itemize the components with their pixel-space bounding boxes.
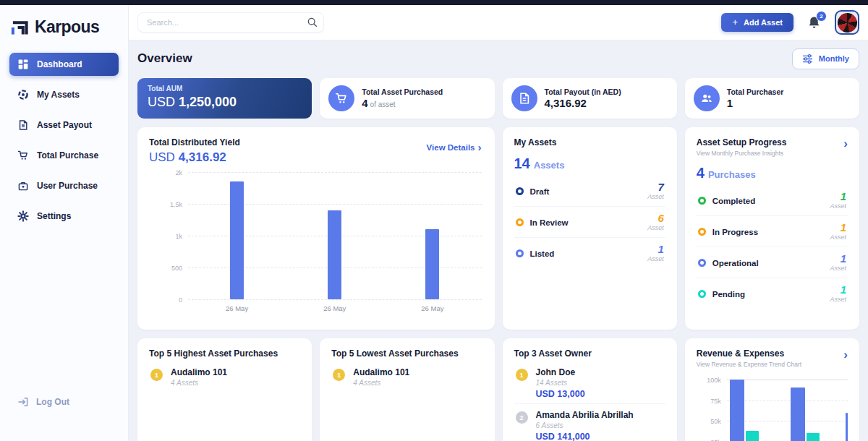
top-highest-purchases-card: Top 5 Highest Asset Purchases 1Audalimo … <box>137 338 312 441</box>
top-lowest-list: 1Audalimo 1014 Assets <box>331 361 482 391</box>
logout-icon <box>17 396 29 408</box>
topbar-actions: + Add Asset 2 <box>721 10 859 35</box>
sidebar-item-dashboard[interactable]: Dashboard <box>9 53 119 76</box>
status-value: 1 <box>830 254 846 264</box>
chevron-right-icon[interactable]: › <box>843 350 848 360</box>
bar-2 <box>328 210 341 299</box>
yield-currency: USD <box>149 150 175 164</box>
status-dot-icon <box>698 290 706 298</box>
sidebar-item-user-purchase[interactable]: User Purchase <box>9 174 119 197</box>
status-count: 1Asset <box>647 244 664 262</box>
chart-plot-area: 26 May26 May26 May <box>188 172 482 299</box>
status-count: 1Asset <box>830 192 846 210</box>
stat-label: Total Asset Purchased <box>362 87 443 96</box>
y-axis-tick: 50k <box>695 418 721 425</box>
sliders-icon <box>802 54 813 64</box>
revenue-bar-1 <box>730 380 744 441</box>
sidebar-item-label: Asset Payout <box>37 120 92 130</box>
chevron-right-icon[interactable]: › <box>843 139 848 149</box>
x-axis-label: 26 May <box>421 304 443 312</box>
status-unit: Asset <box>647 255 664 262</box>
sidebar-item-asset-payout[interactable]: Asset Payout <box>9 114 119 137</box>
brand-logo[interactable]: Karpous <box>0 5 128 53</box>
yield-value: USD 4,316.92 <box>149 150 483 165</box>
search-icon[interactable] <box>307 17 318 27</box>
asset-setup-title: Asset Setup Progress <box>697 137 848 147</box>
monthly-filter-button[interactable]: Monthly <box>792 48 859 69</box>
x-axis-label: 26 May <box>226 304 248 312</box>
page-title: Overview <box>137 51 192 66</box>
logout-label: Log Out <box>36 397 69 407</box>
list-item: 1Audalimo 1014 Assets <box>149 361 300 391</box>
status-value: 1 <box>830 192 846 202</box>
sidebar-item-label: Dashboard <box>37 59 82 69</box>
purchases-count-unit: Purchases <box>708 169 756 180</box>
topbar: + Add Asset 2 <box>129 5 868 40</box>
rank-name: Audalimo 101 <box>353 367 409 377</box>
invoice-icon <box>518 92 531 105</box>
y-axis-tick: 100k <box>695 377 721 384</box>
user-avatar[interactable] <box>835 10 859 35</box>
chevron-right-icon: › <box>478 144 482 151</box>
list-item: 2Amanda Abrilia Abrillah6 AssetsUSD 141,… <box>514 404 665 441</box>
assets-count-number: 14 <box>514 155 530 171</box>
status-unit: Asset <box>647 224 664 231</box>
view-details-link[interactable]: View Details › <box>427 143 482 152</box>
stat-value: 4,316.92 <box>545 97 621 109</box>
purchases-count-number: 4 <box>697 165 705 181</box>
my-assets-count: 14Assets <box>514 155 665 172</box>
rank-texts: Audalimo 1014 Assets <box>171 367 227 387</box>
top-owner-list: 1John Doe14 AssetsUSD 13,0002Amanda Abri… <box>514 361 665 441</box>
rank-badge: 2 <box>516 411 528 424</box>
sidebar-item-settings[interactable]: Settings <box>9 205 119 228</box>
search-input[interactable] <box>137 12 324 33</box>
notifications-button[interactable]: 2 <box>807 15 822 30</box>
stats-row: Total AUM USD 1,250,000 Total Asset Purc… <box>137 78 859 119</box>
y-axis-tick: 25k <box>695 439 721 441</box>
rank-sub: 4 Assets <box>353 379 409 387</box>
aum-currency: USD <box>148 95 175 109</box>
assets-icon <box>17 89 29 100</box>
status-count: 7Asset <box>647 182 664 200</box>
my-assets-card: My Assets 14Assets Draft7AssetIn Review6… <box>503 127 677 330</box>
top-lowest-purchases-card: Top 5 Lowest Asset Purchases 1Audalimo 1… <box>320 338 494 441</box>
add-asset-button[interactable]: + Add Asset <box>721 13 793 32</box>
stat-icon-circle <box>328 85 354 111</box>
revenue-bar-2 <box>791 388 805 441</box>
my-assets-rows: Draft7AssetIn Review6AssetListed1Asset <box>514 176 665 268</box>
asset-setup-count: 4Purchases <box>697 165 848 181</box>
sidebar-item-my-assets[interactable]: My Assets <box>9 83 119 106</box>
status-unit: Asset <box>830 234 846 241</box>
stat-texts: Total Payout (in AED)4,316.92 <box>545 87 621 109</box>
revenue-bar-chart: 100k75k50k25k0 <box>695 377 848 441</box>
stat-card-total-payout-in-aed-: Total Payout (in AED)4,316.92 <box>503 78 677 119</box>
status-value: 1 <box>830 223 846 233</box>
status-row-listed: Listed1Asset <box>514 238 665 268</box>
clipped-bar <box>846 413 848 441</box>
status-label: In Progress <box>712 228 830 236</box>
bottom-row: Top 5 Highest Asset Purchases 1Audalimo … <box>137 338 859 441</box>
status-value: 6 <box>647 213 664 223</box>
total-aum-card: Total AUM USD 1,250,000 <box>137 78 312 119</box>
yield-bar-chart: 2k1.5k1k500026 May26 May26 May <box>148 172 482 299</box>
avatar-image <box>838 13 857 33</box>
status-unit: Asset <box>830 296 846 303</box>
cart-icon <box>17 150 29 161</box>
sidebar-item-label: Total Purchase <box>37 150 98 160</box>
page-head: Overview Monthly <box>137 48 859 69</box>
top-window-strip <box>0 0 868 5</box>
status-unit: Asset <box>830 202 846 210</box>
rank-amount: USD 13,000 <box>536 389 585 399</box>
status-label: Completed <box>712 197 830 205</box>
users-icon <box>700 92 713 105</box>
y-axis-tick: 1k <box>148 233 182 240</box>
rank-badge: 1 <box>150 369 163 381</box>
sidebar-item-label: User Purchase <box>37 181 98 191</box>
notification-badge: 2 <box>816 11 827 22</box>
sidebar-item-total-purchase[interactable]: Total Purchase <box>9 144 119 167</box>
status-dot-icon <box>516 187 524 195</box>
bar-1 <box>230 181 244 299</box>
stat-icon-circle <box>694 85 720 111</box>
status-row-operational: Operational1Asset <box>697 247 848 278</box>
logout-button[interactable]: Log Out <box>0 396 128 441</box>
